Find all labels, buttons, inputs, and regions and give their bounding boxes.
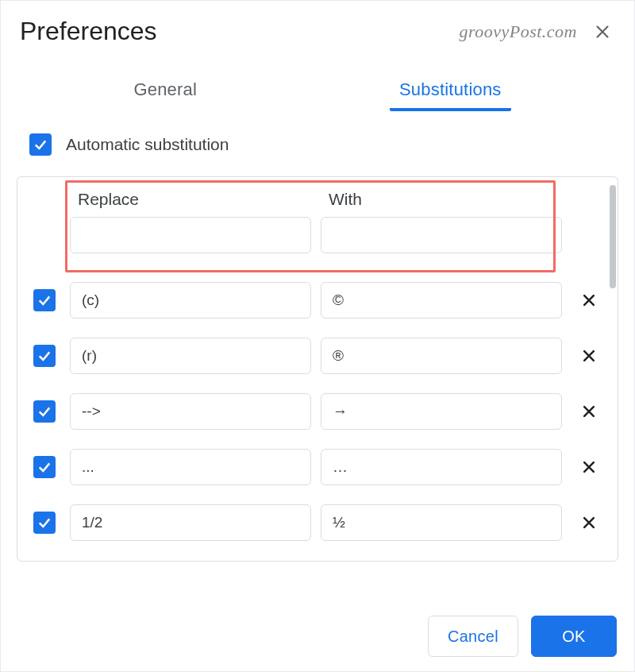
new-with-input[interactable] xyxy=(321,217,562,253)
replace-field[interactable]: (c) xyxy=(70,282,311,319)
tabs: General Substitutions xyxy=(1,75,634,111)
replace-field[interactable]: --> xyxy=(70,393,311,430)
delete-row-button[interactable] xyxy=(575,398,602,425)
cancel-button[interactable]: Cancel xyxy=(428,616,518,657)
with-field[interactable]: © xyxy=(321,282,562,319)
header-row: Replace With xyxy=(17,177,618,272)
table-row: (r) ® xyxy=(17,328,618,384)
with-field[interactable]: ® xyxy=(321,338,562,374)
substitution-list: Replace With (c) © (r) ® xyxy=(17,176,618,562)
table-row: ... … xyxy=(17,439,618,495)
tab-substitutions[interactable]: Substitutions xyxy=(390,75,511,111)
delete-row-button[interactable] xyxy=(575,509,602,536)
delete-row-button[interactable] xyxy=(575,454,602,481)
delete-row-button[interactable] xyxy=(575,287,602,314)
auto-substitution-label: Automatic substitution xyxy=(66,135,229,154)
replace-field[interactable]: (r) xyxy=(70,338,311,374)
new-replace-input[interactable] xyxy=(70,217,311,253)
row-checkbox[interactable] xyxy=(33,345,56,367)
column-header-with: With xyxy=(329,190,562,209)
replace-field[interactable]: ... xyxy=(70,449,311,485)
ok-button[interactable]: OK xyxy=(531,616,617,657)
with-field[interactable]: ½ xyxy=(321,504,562,541)
tab-general[interactable]: General xyxy=(124,75,206,111)
row-checkbox[interactable] xyxy=(33,512,56,534)
row-checkbox[interactable] xyxy=(33,289,56,311)
table-row: (c) © xyxy=(17,272,618,328)
watermark-text: groovyPost.com xyxy=(459,21,577,42)
dialog-title: Preferences xyxy=(20,17,459,46)
row-checkbox[interactable] xyxy=(33,456,56,478)
table-row: 1/2 ½ xyxy=(17,495,618,550)
with-field[interactable]: … xyxy=(321,449,562,485)
replace-field[interactable]: 1/2 xyxy=(70,504,311,541)
auto-substitution-checkbox[interactable] xyxy=(29,133,52,156)
with-field[interactable]: → xyxy=(321,393,562,430)
row-checkbox[interactable] xyxy=(33,400,56,423)
table-row: --> → xyxy=(17,384,618,439)
close-icon[interactable] xyxy=(590,19,615,44)
delete-row-button[interactable] xyxy=(575,342,602,369)
scrollbar-thumb[interactable] xyxy=(610,185,616,288)
column-header-replace: Replace xyxy=(78,190,311,209)
